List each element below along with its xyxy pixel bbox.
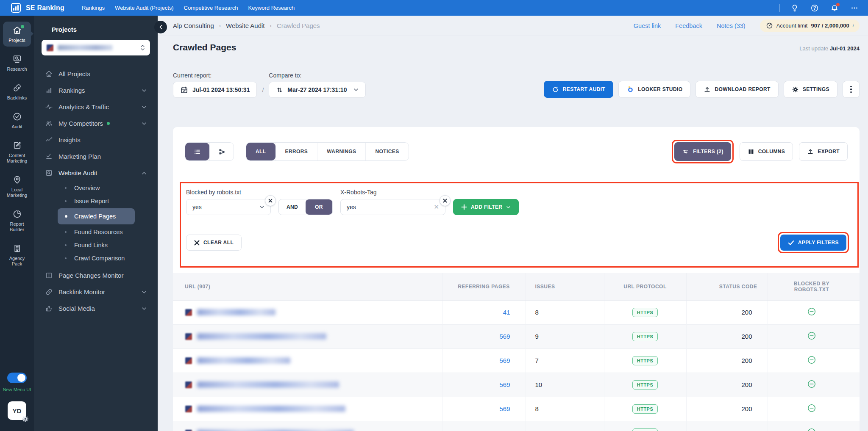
select-updown-icon: [140, 44, 145, 51]
info-mark[interactable]: i: [853, 23, 854, 28]
rail-item-projects[interactable]: Projects: [3, 22, 31, 47]
check-plan-icon: [45, 152, 53, 160]
redacted-url: [197, 309, 275, 315]
referring-pages-link[interactable]: 41: [503, 309, 510, 316]
settings-button[interactable]: SETTINGS: [784, 81, 837, 98]
chevron-down-icon: [506, 206, 511, 209]
nav-rankings[interactable]: Rankings: [82, 5, 105, 11]
sidebar-item-crawl-comparison[interactable]: Crawl Comparison: [58, 251, 135, 265]
feedback-link[interactable]: Feedback: [675, 22, 702, 29]
looker-studio-icon: [626, 86, 634, 93]
blocked-by-robots-select[interactable]: yes: [186, 199, 271, 215]
col-status-code[interactable]: STATUS CODE: [686, 273, 768, 300]
export-button[interactable]: EXPORT: [799, 142, 848, 161]
col-issues[interactable]: ISSUES: [526, 273, 604, 300]
nav-competitive-research[interactable]: Competitive Research: [184, 5, 238, 11]
sidebar-item-overview[interactable]: Overview: [58, 181, 135, 194]
sidebar-item-all-projects[interactable]: All Projects: [34, 66, 158, 82]
more-actions-button[interactable]: [843, 81, 860, 98]
notes-link[interactable]: Notes (33): [717, 22, 746, 29]
gear-icon[interactable]: [21, 415, 29, 423]
compare-report-picker[interactable]: Mar-27 2024 17:31:10: [269, 82, 366, 98]
and-option[interactable]: AND: [279, 199, 306, 215]
bulb-icon[interactable]: [790, 4, 799, 12]
gauge-icon: [766, 22, 773, 29]
col-blocked-by-robots[interactable]: BLOCKED BY ROBOTS.TXT: [768, 273, 856, 300]
current-report-picker[interactable]: Jul-01 2024 13:50:31: [173, 82, 257, 98]
sidebar-item-analytics-traffic[interactable]: Analytics & Traffic: [34, 99, 158, 115]
sidebar-item-rankings[interactable]: Rankings: [34, 82, 158, 99]
collapse-sidebar-button[interactable]: [154, 21, 167, 33]
download-report-button[interactable]: DOWNLOAD REPORT: [696, 81, 778, 98]
rail-item-content-marketing[interactable]: Content Marketing: [3, 137, 31, 167]
columns-button[interactable]: COLUMNS: [740, 142, 793, 161]
sidebar-item-my-competitors[interactable]: My Competitors: [34, 115, 158, 132]
tab-warnings[interactable]: WARNINGS: [317, 143, 365, 160]
guest-link[interactable]: Guest link: [634, 22, 661, 29]
restart-icon: [552, 86, 559, 93]
clear-input-icon[interactable]: ✕: [434, 203, 439, 211]
breadcrumb-project[interactable]: Alp Consulting: [173, 22, 214, 29]
looker-studio-button[interactable]: LOOKER STUDIO: [618, 81, 690, 98]
rail-item-research[interactable]: Research: [3, 50, 31, 75]
brand-name[interactable]: SE Ranking: [26, 4, 64, 12]
bell-icon[interactable]: [830, 4, 839, 12]
more-icon[interactable]: [850, 4, 859, 12]
sidebar-item-insights[interactable]: Insights: [34, 132, 158, 148]
or-option[interactable]: OR: [306, 199, 332, 215]
and-or-toggle: AND OR: [278, 199, 333, 215]
col-url[interactable]: URL (907): [173, 273, 442, 300]
referring-pages-link[interactable]: 569: [499, 357, 510, 364]
sidebar-item-crawled-pages[interactable]: Crawled Pages: [58, 208, 135, 224]
x-robots-tag-input[interactable]: yes ✕: [340, 199, 445, 215]
site-favicon: [185, 333, 192, 340]
rail-item-audit[interactable]: Audit: [3, 108, 31, 133]
nav-keyword-research[interactable]: Keyword Research: [248, 5, 295, 11]
tab-errors[interactable]: ERRORS: [275, 143, 317, 160]
add-filter-button[interactable]: ADD FILTER: [453, 199, 519, 215]
sidebar-item-page-changes-monitor[interactable]: Page Changes Monitor: [34, 267, 158, 284]
sidebar-item-website-audit[interactable]: Website Audit: [34, 165, 158, 181]
referring-pages-link[interactable]: 569: [499, 333, 510, 340]
projects-status-dot: [21, 25, 24, 28]
help-icon[interactable]: [810, 4, 819, 12]
apply-filters-button[interactable]: APPLY FILTERS: [780, 235, 846, 251]
nav-website-audit[interactable]: Website Audit (Projects): [115, 5, 173, 11]
chevron-down-icon: [142, 122, 147, 125]
tab-all[interactable]: ALL: [246, 143, 275, 160]
tab-notices[interactable]: NOTICES: [365, 143, 408, 160]
remove-filter2-button[interactable]: [440, 195, 451, 206]
col-url-protocol[interactable]: URL PROTOCOL: [604, 273, 686, 300]
breadcrumb-bar: Alp Consulting › Website Audit › Crawled…: [158, 16, 868, 36]
col-referring-pages[interactable]: REFERRING PAGES: [442, 273, 526, 300]
referring-pages-link[interactable]: 569: [499, 405, 510, 412]
sidebar-item-backlink-monitor[interactable]: Backlink Monitor: [34, 284, 158, 300]
tree-view-button[interactable]: [209, 143, 234, 160]
rail-item-agency-pack[interactable]: Agency Pack: [3, 240, 31, 270]
se-ranking-logo-icon[interactable]: [11, 3, 21, 13]
remove-filter1-button[interactable]: [265, 195, 276, 206]
compare-to-label: Compare to:: [269, 72, 366, 79]
breadcrumb-section[interactable]: Website Audit: [226, 22, 264, 29]
site-favicon: [185, 381, 192, 388]
rail-item-backlinks[interactable]: Backlinks: [3, 79, 31, 104]
sidebar-item-found-resources[interactable]: Found Resources: [58, 225, 135, 238]
filters-button[interactable]: FILTERS (2): [674, 142, 731, 161]
referring-pages-link[interactable]: 569: [499, 381, 510, 388]
restart-audit-button[interactable]: RESTART AUDIT: [544, 81, 614, 98]
breadcrumb-current: Crawled Pages: [277, 22, 320, 29]
rail-item-report-builder[interactable]: Report Builder: [3, 205, 31, 236]
sidebar-item-found-links[interactable]: Found Links: [58, 238, 135, 251]
trend-icon: [45, 136, 53, 144]
sidebar-item-marketing-plan[interactable]: Marketing Plan: [34, 148, 158, 165]
clear-all-button[interactable]: CLEAR ALL: [186, 235, 242, 251]
sidebar-item-social-media[interactable]: Social Media: [34, 300, 158, 317]
avatar[interactable]: YD: [8, 401, 26, 420]
list-view-button[interactable]: [185, 143, 209, 160]
calendar-check-icon: [180, 86, 188, 94]
project-selector[interactable]: [42, 40, 150, 55]
sidebar-item-issue-report[interactable]: Issue Report: [58, 194, 135, 207]
new-menu-toggle[interactable]: [7, 373, 27, 383]
rail-item-local-marketing[interactable]: Local Marketing: [3, 171, 31, 202]
referring-pages-link[interactable]: 569: [499, 429, 510, 431]
